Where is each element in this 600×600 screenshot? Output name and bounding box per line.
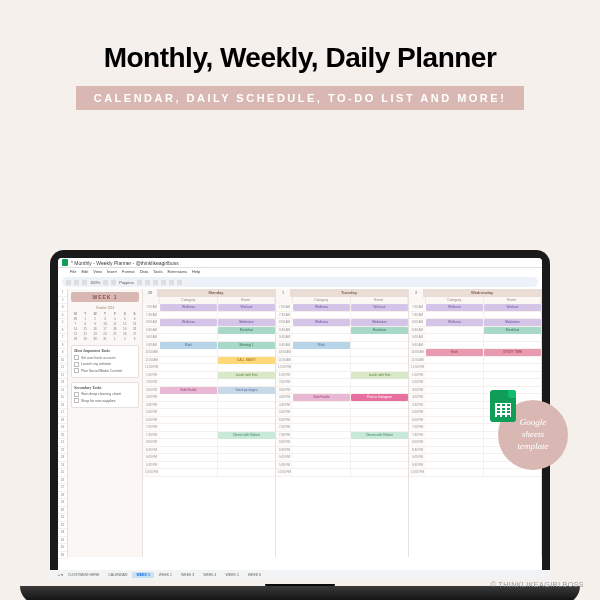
time-slot[interactable]: 8:00 AMWellnessMeditation <box>409 319 541 327</box>
toolbar-button[interactable] <box>177 280 182 285</box>
time-slot[interactable]: 6:00 PM <box>276 417 408 425</box>
menu-item[interactable]: View <box>93 269 102 274</box>
time-slot[interactable]: 9:00 AM <box>143 334 275 342</box>
time-slot[interactable]: 9:30 AMWorkMeeting 1 <box>143 342 275 350</box>
time-slot[interactable]: 7:00 PM <box>276 424 408 432</box>
time-slot[interactable]: 7:30 AM <box>276 312 408 320</box>
primary-tasks: Most Important Tasks Set new bank accoun… <box>71 345 139 378</box>
menu-item[interactable]: Help <box>192 269 200 274</box>
time-slot[interactable]: 8:30 PM <box>143 447 275 455</box>
time-slot[interactable]: 4:00 PM <box>409 394 541 402</box>
time-slot[interactable]: 1:00 PM <box>409 372 541 380</box>
menu-item[interactable]: Data <box>140 269 148 274</box>
toolbar-button[interactable] <box>145 280 150 285</box>
menu-item[interactable]: Format <box>122 269 135 274</box>
time-slot[interactable]: 4:00 PM <box>143 394 275 402</box>
menu-item[interactable]: File <box>70 269 76 274</box>
time-slot[interactable]: 3:00 PMSide HustleSend packages <box>143 387 275 395</box>
time-slot[interactable]: 7:30 PMDinner with Robert <box>276 432 408 440</box>
task-item[interactable]: Set new bank account <box>74 355 136 360</box>
time-slot[interactable]: 5:00 PM <box>276 409 408 417</box>
tabs-menu-icon[interactable]: ≡ <box>61 573 63 577</box>
time-slot[interactable]: 2:00 PM <box>409 379 541 387</box>
time-slot[interactable]: 9:30 AM <box>409 342 541 350</box>
time-slot[interactable]: 10:00 PM <box>143 469 275 477</box>
time-slot[interactable]: 7:30 PMDinner with Robert <box>143 432 275 440</box>
time-slot[interactable]: 8:30 PM <box>276 447 408 455</box>
toolbar-button[interactable] <box>153 280 158 285</box>
time-slot[interactable]: 9:30 PM <box>276 462 408 470</box>
menu-item[interactable]: Extensions <box>167 269 187 274</box>
time-slot[interactable]: 8:00 AMWellnessMeditation <box>143 319 275 327</box>
sheet-tab[interactable]: WEEK 5 <box>222 572 243 578</box>
time-slot[interactable]: 8:00 PM <box>276 439 408 447</box>
toolbar-button[interactable] <box>169 280 174 285</box>
toolbar-button[interactable] <box>82 280 87 285</box>
schedule-grid[interactable]: 30MondayCategoryEvent7:00 AMWellnessWork… <box>143 289 542 557</box>
toolbar-button[interactable] <box>111 280 116 285</box>
time-slot[interactable]: 8:30 AMBreakfast <box>409 327 541 335</box>
time-slot[interactable]: 2:00 PM <box>143 379 275 387</box>
sheet-tab[interactable]: WEEK 6 <box>244 572 265 578</box>
time-slot[interactable]: 7:30 AM <box>409 312 541 320</box>
menu-item[interactable]: Insert <box>107 269 117 274</box>
time-slot[interactable]: 5:00 PM <box>143 409 275 417</box>
time-slot[interactable]: 12:00 PM <box>143 364 275 372</box>
time-slot[interactable]: 8:00 AMWellnessMeditation <box>276 319 408 327</box>
time-slot[interactable]: 9:00 PM <box>276 454 408 462</box>
time-slot[interactable]: 10:00 AM <box>276 349 408 357</box>
time-slot[interactable]: 7:30 AM <box>143 312 275 320</box>
time-slot[interactable]: 10:00 PM <box>409 469 541 477</box>
time-slot[interactable]: 1:00 PMLunch with Kim <box>276 372 408 380</box>
sheet-tab[interactable]: WEEK 4 <box>199 572 220 578</box>
time-slot[interactable]: 4:30 PM <box>143 402 275 410</box>
sheet-tab[interactable]: WEEK 1 <box>132 572 153 578</box>
time-slot[interactable]: 11:00 AM <box>409 357 541 365</box>
toolbar-button[interactable] <box>74 280 79 285</box>
sheet-tab[interactable]: CALENDAR <box>104 572 131 578</box>
add-tab-icon[interactable]: + <box>58 573 60 577</box>
time-slot[interactable]: 11:00 AMCALL BANK!! <box>143 357 275 365</box>
time-slot[interactable]: 7:00 AMWellnessWorkout <box>143 304 275 312</box>
time-slot[interactable]: 10:00 AM <box>143 349 275 357</box>
time-slot[interactable]: 3:00 PM <box>276 387 408 395</box>
sheet-tab[interactable]: WEEK 3 <box>177 572 198 578</box>
time-slot[interactable]: 3:00 PM <box>409 387 541 395</box>
time-slot[interactable]: 4:30 PM <box>276 402 408 410</box>
time-slot[interactable]: 2:00 PM <box>276 379 408 387</box>
task-item[interactable]: Launch my website <box>74 362 136 367</box>
badge-text: template <box>518 441 549 453</box>
time-slot[interactable]: 7:00 PM <box>143 424 275 432</box>
menu-item[interactable]: Tools <box>153 269 162 274</box>
sheet-tab[interactable]: CUSTOMIZE HERE <box>64 572 103 578</box>
time-slot[interactable]: 4:00 PMSide HustlePost to Instagram <box>276 394 408 402</box>
time-slot[interactable]: 9:00 AM <box>409 334 541 342</box>
time-slot[interactable]: 12:00 PM <box>276 364 408 372</box>
time-slot[interactable]: 1:00 PMLunch with Kim <box>143 372 275 380</box>
time-slot[interactable]: 10:00 PM <box>276 469 408 477</box>
time-slot[interactable]: 9:00 PM <box>143 454 275 462</box>
time-slot[interactable]: 9:30 PM <box>143 462 275 470</box>
toolbar-button[interactable] <box>137 280 142 285</box>
time-slot[interactable]: 6:00 PM <box>143 417 275 425</box>
task-item[interactable]: Shop for new supplies <box>74 398 136 403</box>
time-slot[interactable]: 11:00 AM <box>276 357 408 365</box>
time-slot[interactable]: 12:00 PM <box>409 364 541 372</box>
time-slot[interactable]: 8:30 AMBreakfast <box>276 327 408 335</box>
time-slot[interactable]: 9:30 AMWork <box>276 342 408 350</box>
time-slot[interactable]: 8:30 AMBreakfast <box>143 327 275 335</box>
doc-title[interactable]: * Monthly - Weekly Planner - @thinklikea… <box>71 260 179 266</box>
sheet-tab[interactable]: WEEK 2 <box>155 572 176 578</box>
toolbar-button[interactable] <box>103 280 108 285</box>
time-slot[interactable]: 9:00 AM <box>276 334 408 342</box>
task-item[interactable]: Plan Social Media Content <box>74 368 136 373</box>
toolbar-button[interactable] <box>66 280 71 285</box>
toolbar-button[interactable] <box>161 280 166 285</box>
menu-item[interactable]: Edit <box>81 269 88 274</box>
time-slot[interactable]: 8:00 PM <box>143 439 275 447</box>
task-item[interactable]: Start deep cleaning closet <box>74 392 136 397</box>
mini-cal-grid[interactable]: MTWTFSS301234567891011121314151617181920… <box>71 312 139 341</box>
time-slot[interactable]: 7:00 AMWellnessWorkout <box>409 304 541 312</box>
time-slot[interactable]: 10:00 AMWorkSTUDY TIME <box>409 349 541 357</box>
time-slot[interactable]: 7:00 AMWellnessWorkout <box>276 304 408 312</box>
